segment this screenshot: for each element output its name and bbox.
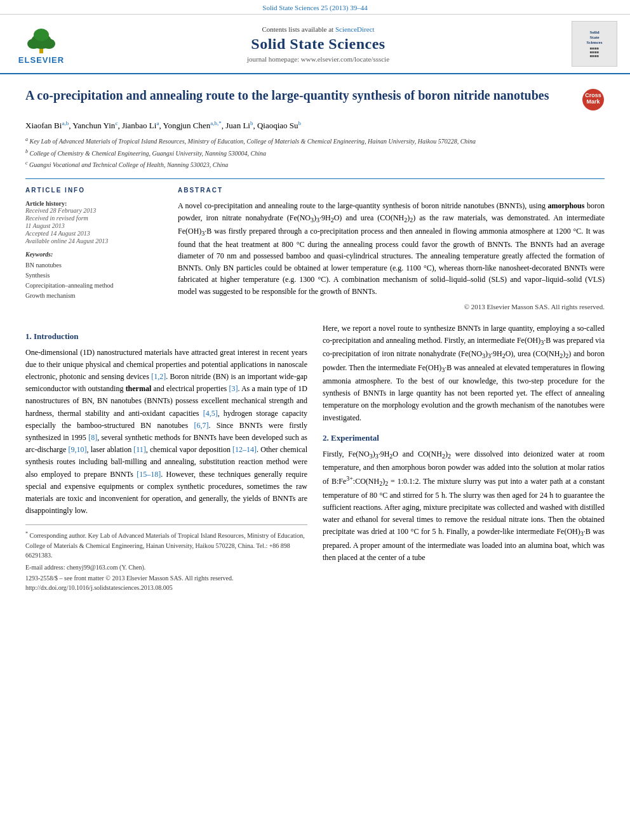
- history-revised-date: 11 August 2013: [25, 222, 165, 229]
- authors-line: Xiaofan Bia,b, Yanchun Yinc, Jianbao Lia…: [25, 120, 605, 131]
- journal-cover-box: SolidStateSciences ■■■■■■■■■■■■: [572, 21, 617, 67]
- article-info-column: ARTICLE INFO Article history: Received 2…: [25, 187, 165, 312]
- page-wrapper: Solid State Sciences 25 (2013) 39–44 ELS…: [0, 0, 630, 604]
- journal-cover-logo: SolidStateSciences ■■■■■■■■■■■■: [566, 21, 617, 67]
- main-content: A co-precipitation and annealing route t…: [0, 74, 630, 604]
- journal-reference: Solid State Sciences 25 (2013) 39–44: [262, 4, 367, 11]
- abstract-column: ABSTRACT A novel co-precipitation and an…: [178, 187, 605, 312]
- copyright-line: © 2013 Elsevier Masson SAS. All rights r…: [178, 302, 605, 312]
- svg-text:Cross: Cross: [585, 92, 601, 98]
- article-history-title: Article history:: [25, 200, 165, 207]
- keyword-bn-nanotubes: BN nanotubes: [25, 260, 165, 270]
- affiliation-b: b College of Chemistry & Chemical Engine…: [25, 148, 605, 158]
- section1-heading: 1. Introduction: [25, 331, 307, 342]
- history-received: Received 28 February 2013: [25, 207, 165, 214]
- author-juan-li: Juan Li: [225, 121, 250, 130]
- intro-text-paragraph: One-dimensional (1D) nanostructured mate…: [25, 347, 307, 517]
- author-yongjun-chen: Yongjun Chen: [163, 121, 210, 130]
- issn-line: 1293-2558/$ – see front matter © 2013 El…: [25, 575, 307, 582]
- author-qiaoqiao-su: Qiaoqiao Su: [257, 121, 298, 130]
- intro-right-paragraph: Here, we report a novel route to synthes…: [323, 323, 605, 424]
- section2-heading: 2. Experimental: [323, 433, 605, 443]
- keyword-synthesis: Synthesis: [25, 270, 165, 281]
- keywords-block: Keywords: BN nanotubes Synthesis Copreci…: [25, 251, 165, 301]
- affiliation-c: c Guangxi Vocational and Technical Colle…: [25, 159, 605, 170]
- history-revised-label: Received in revised form: [25, 215, 165, 222]
- author-jianbao-li: Jianbao Li: [122, 121, 157, 130]
- keyword-growth-mechanism: Growth mechanism: [25, 291, 165, 301]
- article-info-label: ARTICLE INFO: [25, 187, 165, 194]
- body-content: 1. Introduction One-dimensional (1D) nan…: [25, 323, 605, 591]
- body-column-left: 1. Introduction One-dimensional (1D) nan…: [25, 323, 307, 591]
- footnote-corresponding: * Corresponding author. Key Lab of Advan…: [25, 530, 307, 559]
- keyword-coprecipitation: Coprecipitation–annealing method: [25, 281, 165, 291]
- crossmark-badge-icon: Cross Mark: [582, 88, 605, 111]
- footnote-email: E-mail address: chenyj99@163.com (Y. Che…: [25, 563, 307, 572]
- journal-title: Solid State Sciences: [76, 36, 560, 53]
- journal-center-section: Contents lists available at ScienceDirec…: [76, 25, 560, 63]
- doi-line: http://dx.doi.org/10.1016/j.solidstatesc…: [25, 584, 307, 591]
- footnote-area: * Corresponding author. Key Lab of Advan…: [25, 524, 307, 590]
- email-link[interactable]: chenyj99@163.com: [67, 564, 118, 571]
- history-accepted: Accepted 14 August 2013: [25, 230, 165, 237]
- elsevier-text-logo: ELSEVIER: [18, 55, 64, 65]
- affiliation-a: a Key Lab of Advanced Materials of Tropi…: [25, 136, 605, 146]
- elsevier-logo: ELSEVIER: [13, 23, 70, 65]
- article-history-block: Article history: Received 28 February 20…: [25, 200, 165, 244]
- abstract-label: ABSTRACT: [178, 187, 605, 194]
- journal-url: journal homepage: www.elsevier.com/locat…: [76, 55, 560, 63]
- keywords-label: Keywords:: [25, 251, 165, 258]
- author-xiaofan-bi: Xiaofan Bi: [25, 121, 62, 130]
- elsevier-tree-icon: [22, 23, 60, 55]
- author-yanchun-yin: Yanchun Yin: [72, 121, 115, 130]
- doi-link[interactable]: http://dx.doi.org/10.1016/j.solidstatesc…: [25, 584, 173, 591]
- sciencedirect-link[interactable]: ScienceDirect: [335, 25, 375, 33]
- body-column-right: Here, we report a novel route to synthes…: [323, 323, 605, 591]
- top-bar: Solid State Sciences 25 (2013) 39–44: [0, 0, 630, 15]
- article-title-block: A co-precipitation and annealing route t…: [25, 87, 605, 111]
- svg-text:Mark: Mark: [586, 98, 600, 105]
- article-info-abstract-section: ARTICLE INFO Article history: Received 2…: [25, 178, 605, 312]
- svg-point-4: [34, 29, 49, 41]
- abstract-text-block: A novel co-precipitation and annealing r…: [178, 200, 605, 312]
- affiliations-block: a Key Lab of Advanced Materials of Tropi…: [25, 136, 605, 170]
- history-online: Available online 24 August 2013: [25, 237, 165, 244]
- journal-header: ELSEVIER Contents lists available at Sci…: [0, 15, 630, 74]
- contents-available-line: Contents lists available at ScienceDirec…: [76, 25, 560, 33]
- article-title-text: A co-precipitation and annealing route t…: [25, 87, 575, 103]
- experimental-paragraph: Firstly, Fe(NO3)3·9H2O and CO(NH2)2 were…: [323, 448, 605, 564]
